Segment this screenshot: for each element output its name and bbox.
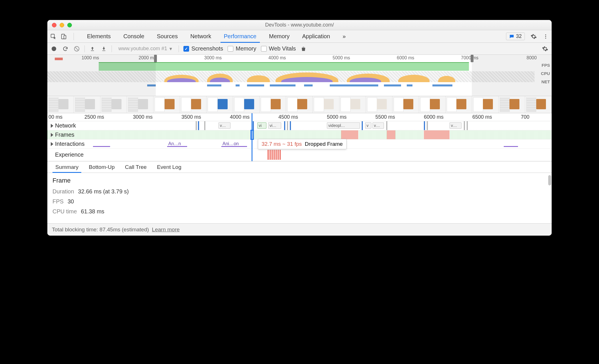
screenshot-thumb[interactable] xyxy=(47,96,74,113)
tab-event-log[interactable]: Event Log xyxy=(152,161,187,173)
svg-rect-8 xyxy=(91,50,94,51)
tab-network[interactable]: Network xyxy=(184,30,217,43)
screenshot-thumb[interactable] xyxy=(366,96,392,113)
screenshot-thumb[interactable] xyxy=(127,96,153,113)
track-experience[interactable]: Experience xyxy=(47,149,552,161)
overview-handle-left[interactable] xyxy=(154,55,157,62)
expand-icon[interactable] xyxy=(51,142,53,146)
screenshot-thumb[interactable] xyxy=(260,96,286,113)
interaction-entry[interactable]: An…n xyxy=(167,141,187,147)
overview-handle-right[interactable] xyxy=(471,55,473,62)
minimize-window-button[interactable] xyxy=(60,23,64,27)
network-entry[interactable]: v… xyxy=(218,122,230,129)
interaction-entry[interactable] xyxy=(93,141,110,147)
svg-rect-2 xyxy=(64,35,66,39)
tab-call-tree[interactable]: Call Tree xyxy=(120,161,152,173)
clear-icon[interactable] xyxy=(74,46,80,52)
devtools-window: DevTools - www.youtube.com/ Elements Con… xyxy=(47,20,552,236)
zoom-window-button[interactable] xyxy=(67,23,72,27)
screenshot-thumb[interactable] xyxy=(286,96,313,113)
overview-shade-left[interactable] xyxy=(47,55,156,96)
tabs-overflow[interactable]: » xyxy=(336,30,352,43)
summary-cpu-time: 61.38 ms xyxy=(81,208,104,215)
scrollbar-thumb[interactable] xyxy=(548,175,551,185)
tab-sources[interactable]: Sources xyxy=(151,30,184,43)
screenshot-thumb[interactable] xyxy=(74,96,100,113)
network-entry[interactable]: vi… xyxy=(268,122,281,129)
load-profile-icon[interactable] xyxy=(89,46,96,52)
summary-duration: 32.66 ms (at 3.79 s) xyxy=(78,188,129,195)
tab-bottom-up[interactable]: Bottom-Up xyxy=(84,161,120,173)
save-profile-icon[interactable] xyxy=(101,46,107,52)
screenshot-thumb[interactable] xyxy=(446,96,472,113)
total-blocking-time: Total blocking time: 87.45ms (estimated) xyxy=(52,227,149,232)
tab-application[interactable]: Application xyxy=(296,30,336,43)
reload-record-icon[interactable] xyxy=(62,46,68,52)
overview-pane[interactable]: 1000 ms 2000 ms 3000 ms 4000 ms 5000 ms … xyxy=(47,55,552,96)
learn-more-link[interactable]: Learn more xyxy=(152,227,180,232)
tab-summary[interactable]: Summary xyxy=(50,161,84,173)
dropped-frame[interactable] xyxy=(424,130,450,139)
checkbox-icon xyxy=(183,46,189,52)
screenshot-thumb[interactable] xyxy=(419,96,446,113)
screenshot-thumb[interactable] xyxy=(100,96,127,113)
recording-selector[interactable]: www.youtube.com #1 ▾ xyxy=(116,45,174,53)
screenshot-thumb[interactable] xyxy=(233,96,260,113)
tab-elements[interactable]: Elements xyxy=(81,30,117,43)
checkbox-icon xyxy=(228,46,233,52)
svg-point-4 xyxy=(545,36,546,37)
interaction-entry[interactable] xyxy=(504,141,518,147)
screenshots-checkbox[interactable]: Screenshots xyxy=(183,45,223,52)
experience-entry[interactable] xyxy=(268,150,281,160)
network-entry[interactable]: v… xyxy=(373,122,384,129)
track-frames[interactable]: Frames xyxy=(47,130,552,139)
playhead[interactable] xyxy=(252,113,252,161)
inspect-element-icon[interactable] xyxy=(50,33,56,40)
svg-point-6 xyxy=(52,46,56,51)
screenshot-thumb[interactable] xyxy=(180,96,207,113)
svg-point-5 xyxy=(545,38,546,39)
screenshot-thumb[interactable] xyxy=(525,96,552,113)
expand-icon[interactable] xyxy=(51,124,53,128)
screenshot-thumb[interactable] xyxy=(207,96,233,113)
record-button-icon[interactable] xyxy=(51,46,57,52)
details-tabs: Summary Bottom-Up Call Tree Event Log xyxy=(47,161,552,173)
webvitals-checkbox[interactable]: Web Vitals xyxy=(261,45,296,52)
close-window-button[interactable] xyxy=(52,23,56,27)
network-entry[interactable]: vi xyxy=(257,122,266,129)
overview-shade-right[interactable] xyxy=(472,55,552,96)
interaction-entry[interactable]: Ani…on xyxy=(221,141,247,147)
expand-icon[interactable] xyxy=(51,133,53,137)
device-toggle-icon[interactable] xyxy=(60,33,67,40)
screenshot-thumb[interactable] xyxy=(392,96,419,113)
kebab-menu-icon[interactable] xyxy=(543,33,549,40)
screenshot-thumb[interactable] xyxy=(499,96,525,113)
memory-checkbox[interactable]: Memory xyxy=(228,45,256,52)
message-count-value: 32 xyxy=(516,33,522,39)
screenshot-thumb[interactable] xyxy=(313,96,339,113)
screenshot-thumb[interactable] xyxy=(339,96,366,113)
garbage-collect-icon[interactable] xyxy=(300,46,307,52)
console-message-count[interactable]: 32 xyxy=(506,33,525,40)
svg-rect-9 xyxy=(102,50,106,51)
panel-tabs: Elements Console Sources Network Perform… xyxy=(81,30,352,43)
filmstrip[interactable] xyxy=(47,96,552,113)
performance-toolbar: www.youtube.com #1 ▾ Screenshots Memory … xyxy=(47,43,552,55)
dropped-frame[interactable] xyxy=(341,130,358,139)
dropped-frame[interactable] xyxy=(387,130,395,139)
tab-console[interactable]: Console xyxy=(117,30,150,43)
svg-point-3 xyxy=(545,34,546,35)
tab-performance[interactable]: Performance xyxy=(218,30,263,43)
screenshot-thumb[interactable] xyxy=(153,96,180,113)
flamechart-area[interactable]: 00 ms 2500 ms 3000 ms 3500 ms 4000 ms 45… xyxy=(47,113,552,161)
network-entry[interactable]: v… xyxy=(450,122,462,129)
screenshot-thumb[interactable] xyxy=(472,96,499,113)
network-entry[interactable]: v xyxy=(365,122,371,129)
network-entry[interactable]: videopl… xyxy=(327,122,360,129)
track-interactions[interactable]: Interactions An…n Ani…on 32.7 ms ~ 31 fp… xyxy=(47,139,552,149)
titlebar: DevTools - www.youtube.com/ xyxy=(47,20,552,30)
track-network[interactable]: Network v… vi vi… videopl… v v… v… xyxy=(47,121,552,130)
tab-memory[interactable]: Memory xyxy=(263,30,296,43)
capture-settings-gear-icon[interactable] xyxy=(542,46,548,52)
settings-gear-icon[interactable] xyxy=(531,33,537,40)
